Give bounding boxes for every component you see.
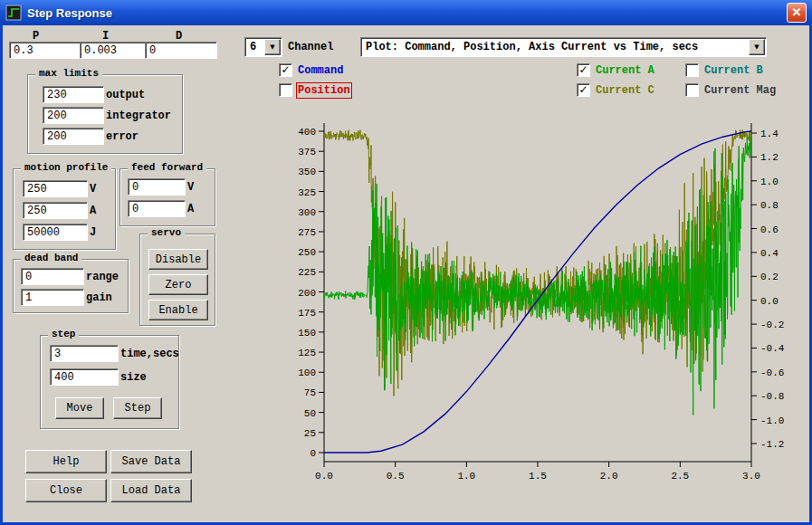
svg-text:1.4: 1.4 (760, 129, 779, 139)
checkbox-current-a[interactable]: ✓ Current A (577, 63, 654, 77)
checkbox-box[interactable]: ✓ (577, 83, 590, 97)
svg-text:-0.2: -0.2 (760, 320, 784, 330)
svg-text:-0.4: -0.4 (760, 343, 785, 354)
motion-a-label: A (90, 205, 96, 217)
svg-text:0.0: 0.0 (760, 296, 779, 307)
max-output-input[interactable] (43, 86, 104, 103)
step-response-chart: 0255075100125150175200225250275300325350… (290, 116, 798, 520)
svg-text:0: 0 (310, 448, 316, 459)
d-label: D (176, 30, 182, 43)
svg-text:-1.2: -1.2 (760, 439, 784, 450)
svg-text:325: 325 (298, 187, 316, 198)
max-output-label: output (106, 89, 145, 101)
checkbox-box[interactable] (685, 63, 699, 77)
titlebar[interactable]: Step Response ✕ (0, 0, 812, 25)
checkbox-box[interactable] (279, 83, 292, 97)
svg-text:1.0: 1.0 (760, 177, 779, 187)
step-time-input[interactable] (50, 345, 119, 362)
max-error-input[interactable] (43, 128, 104, 145)
close-button[interactable]: ✕ (787, 3, 807, 23)
deadband-gain-input[interactable] (21, 289, 84, 306)
help-button[interactable]: Help (25, 450, 107, 473)
plot-select[interactable]: Plot: Command, Position, Axis Current vs… (360, 37, 767, 57)
svg-text:2.0: 2.0 (600, 471, 618, 482)
svg-text:0.8: 0.8 (760, 200, 779, 211)
d-input[interactable] (145, 42, 217, 59)
svg-text:175: 175 (298, 308, 316, 319)
svg-text:275: 275 (298, 227, 316, 238)
motion-profile-title: motion profile (21, 162, 111, 175)
checkbox-label: Current B (704, 64, 763, 77)
i-label: I (102, 30, 109, 43)
svg-text:400: 400 (298, 127, 316, 138)
close-window-button[interactable]: Close (25, 479, 107, 502)
servo-title: servo (148, 227, 185, 240)
svg-text:-1.0: -1.0 (760, 415, 784, 426)
ff-a-label: A (187, 203, 194, 215)
servo-enable-button[interactable]: Enable (148, 300, 208, 320)
servo-zero-button[interactable]: Zero (148, 274, 208, 295)
max-integrator-input[interactable] (43, 107, 104, 124)
svg-text:350: 350 (298, 167, 316, 177)
ff-a-input[interactable] (128, 200, 186, 217)
deadband-gain-label: gain (86, 291, 112, 304)
svg-text:225: 225 (298, 267, 316, 278)
dead-band-title: dead band (21, 253, 81, 265)
checkbox-command[interactable]: ✓ Command (279, 63, 343, 77)
load-data-button[interactable]: Load Data (110, 479, 192, 502)
svg-text:-0.8: -0.8 (760, 391, 784, 402)
plot-select-value: Plot: Command, Position, Axis Current vs… (366, 41, 748, 53)
svg-text:1.2: 1.2 (760, 152, 779, 163)
svg-text:375: 375 (298, 147, 316, 158)
svg-text:150: 150 (298, 328, 316, 339)
svg-text:0.6: 0.6 (760, 224, 779, 235)
feed-forward-title: feed forward (128, 162, 206, 175)
ff-v-input[interactable] (128, 178, 186, 196)
save-data-button[interactable]: Save Data (110, 450, 192, 473)
step-size-input[interactable] (50, 368, 119, 386)
checkbox-box[interactable]: ✓ (577, 63, 590, 77)
step-button[interactable]: Step (113, 397, 162, 419)
checkbox-current-mag[interactable]: Current Mag (685, 83, 776, 97)
svg-text:75: 75 (304, 387, 316, 398)
checkbox-position[interactable]: Position (279, 83, 350, 97)
max-limits-group: max limits output integrator error (27, 74, 183, 154)
svg-text:1.5: 1.5 (529, 471, 547, 482)
dead-band-group: dead band range gain (13, 259, 129, 313)
svg-text:0.5: 0.5 (387, 471, 405, 482)
servo-disable-button[interactable]: Disable (148, 249, 208, 270)
deadband-range-input[interactable] (21, 268, 84, 285)
i-input[interactable] (80, 42, 147, 59)
servo-group: servo Disable Zero Enable (139, 234, 215, 326)
step-size-label: size (120, 371, 147, 384)
step-response-window: Step Response ✕ P I D max limits output … (0, 0, 812, 525)
move-button[interactable]: Move (55, 397, 104, 419)
svg-text:2.5: 2.5 (671, 471, 689, 482)
app-icon (5, 5, 22, 21)
step-title: step (48, 329, 79, 341)
p-input[interactable] (9, 42, 81, 59)
svg-text:200: 200 (298, 288, 316, 299)
motion-j-input[interactable] (23, 224, 88, 241)
checkbox-current-c[interactable]: ✓ Current C (577, 83, 654, 97)
window-title: Step Response (27, 6, 787, 20)
chevron-down-icon[interactable]: ▼ (264, 39, 281, 55)
motion-a-input[interactable] (23, 202, 88, 219)
deadband-range-label: range (86, 271, 119, 283)
svg-text:250: 250 (298, 247, 316, 258)
motion-v-input[interactable] (23, 180, 88, 197)
checkbox-box[interactable] (685, 83, 699, 97)
step-time-label: time,secs (120, 348, 179, 360)
channel-select[interactable]: 6 ▼ (244, 37, 282, 57)
motion-v-label: V (90, 183, 96, 196)
svg-text:0.0: 0.0 (315, 471, 333, 482)
svg-text:25: 25 (304, 428, 316, 439)
step-group: step time,secs size Move Step (40, 335, 179, 429)
max-integrator-label: integrator (106, 110, 171, 122)
motion-profile-group: motion profile V A J (13, 168, 116, 250)
svg-text:300: 300 (298, 207, 316, 218)
svg-text:1.0: 1.0 (457, 471, 475, 482)
checkbox-current-b[interactable]: Current B (685, 63, 763, 77)
checkbox-box[interactable]: ✓ (279, 63, 292, 77)
chevron-down-icon[interactable]: ▼ (749, 39, 765, 55)
